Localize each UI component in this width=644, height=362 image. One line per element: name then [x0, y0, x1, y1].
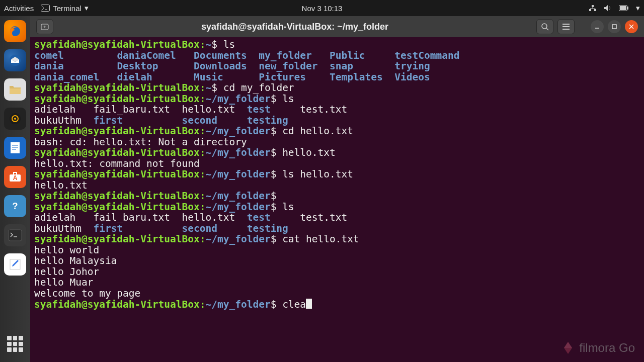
minimize-button[interactable] — [591, 20, 604, 33]
svg-rect-0 — [41, 5, 50, 12]
search-icon — [541, 23, 549, 31]
filmora-logo-icon — [561, 341, 575, 355]
files-icon[interactable] — [4, 78, 26, 101]
terminal-icon — [41, 5, 50, 12]
window-title: syafidah@syafidah-VirtualBox: ~/my_folde… — [57, 22, 532, 32]
activities-button[interactable]: Activities — [4, 4, 34, 13]
svg-rect-2 — [589, 9, 591, 11]
firefox-icon[interactable] — [4, 20, 26, 42]
battery-icon[interactable] — [619, 5, 629, 11]
window-titlebar: syafidah@syafidah-VirtualBox: ~/my_folde… — [30, 16, 644, 37]
text-editor-icon[interactable] — [4, 253, 26, 276]
hamburger-icon — [562, 23, 570, 30]
new-tab-button[interactable] — [36, 19, 53, 34]
svg-point-13 — [14, 118, 16, 120]
svg-line-30 — [546, 28, 548, 30]
svg-point-29 — [542, 24, 547, 29]
terminal-app-icon[interactable] — [4, 224, 26, 246]
svg-rect-14 — [10, 142, 20, 154]
chevron-down-icon[interactable]: ▾ — [636, 4, 640, 13]
filmora-watermark: filmora Go — [561, 341, 635, 355]
app-menu-label: Terminal — [53, 4, 82, 13]
svg-rect-7 — [620, 6, 626, 10]
thunderbird-icon[interactable] — [4, 49, 26, 71]
dock: A ? — [0, 16, 30, 362]
svg-rect-3 — [594, 9, 596, 11]
chevron-down-icon: ▾ — [85, 4, 89, 13]
terminal-window: syafidah@syafidah-VirtualBox: ~/my_folde… — [30, 16, 644, 362]
libreoffice-writer-icon[interactable] — [4, 137, 26, 159]
svg-text:?: ? — [13, 201, 18, 211]
search-button[interactable] — [536, 19, 553, 34]
svg-rect-4 — [592, 5, 594, 7]
svg-rect-35 — [612, 25, 616, 29]
rhythmbox-icon[interactable] — [4, 108, 26, 130]
ubuntu-software-icon[interactable]: A — [4, 166, 26, 188]
cursor — [306, 299, 312, 309]
menu-button[interactable] — [557, 19, 575, 34]
gnome-topbar: Activities Terminal ▾ Nov 3 10:13 ▾ — [0, 0, 644, 16]
show-applications-icon[interactable] — [4, 333, 26, 355]
clock[interactable]: Nov 3 10:13 — [302, 4, 343, 13]
svg-text:A: A — [13, 174, 18, 182]
terminal-output[interactable]: syafidah@syafidah-VirtualBox:~$ ls comel… — [30, 37, 644, 362]
volume-icon[interactable] — [604, 5, 612, 12]
close-button[interactable] — [625, 20, 638, 33]
new-tab-icon — [40, 23, 49, 31]
app-menu[interactable]: Terminal ▾ — [41, 4, 89, 13]
help-icon[interactable]: ? — [4, 195, 26, 217]
svg-rect-6 — [627, 7, 628, 10]
svg-rect-10 — [10, 88, 21, 94]
network-icon[interactable] — [589, 5, 597, 12]
svg-rect-23 — [9, 230, 22, 241]
maximize-button[interactable] — [608, 20, 621, 33]
